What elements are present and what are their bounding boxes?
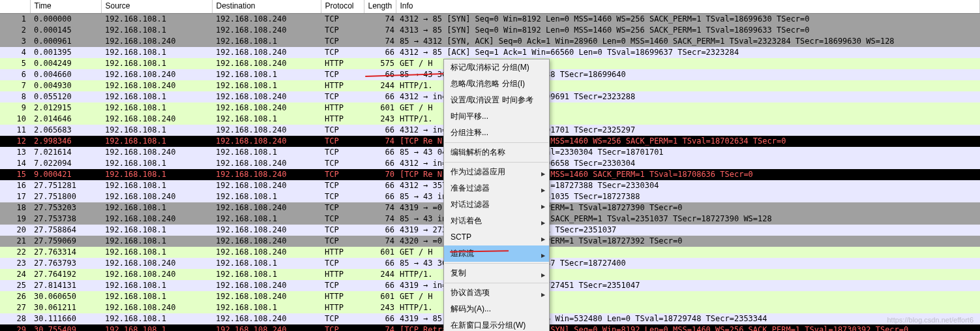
cell-time: 2.014646 [30,114,101,125]
cell-time: 30.111660 [30,313,101,324]
table-row[interactable]: 40.001395192.168.108.1192.168.108.240TCP… [0,47,980,58]
cell-no: 23 [0,258,30,269]
menu-item-conversation-filter[interactable]: 对话过滤器 [444,197,549,213]
cell-source: 192.168.108.1 [101,13,212,25]
cell-no: 1 [0,13,30,25]
cell-time: 27.763314 [30,247,101,258]
cell-length: 74 [364,324,396,332]
menu-item-protocol-prefs[interactable]: 协议首选项 [444,285,549,301]
column-header-source[interactable]: Source [101,0,212,13]
cell-time: 27.751281 [30,180,101,191]
cell-protocol: HTTP [321,269,364,280]
cell-time: 2.012915 [30,102,101,114]
cell-info: 4313 → 85 [SYN] Seq=0 Win=8192 Len=0 MSS… [396,25,980,36]
cell-destination: 192.168.108.1 [212,147,321,158]
cell-no: 22 [0,247,30,258]
cell-no: 5 [0,58,30,69]
cell-length: 66 [364,147,396,158]
cell-no: 13 [0,147,30,158]
cell-protocol: HTTP [321,291,364,302]
column-header-time[interactable]: Time [30,0,101,13]
column-header-info[interactable]: Info [396,0,980,13]
menu-item-decode-as[interactable]: 解码为(A)... [444,301,549,317]
cell-protocol: TCP [321,47,364,58]
cell-destination: 192.168.108.240 [212,324,321,332]
cell-time: 0.000000 [30,13,101,25]
cell-protocol: HTTP [321,58,364,69]
cell-destination: 192.168.108.240 [212,180,321,191]
cell-source: 192.168.108.240 [101,69,212,80]
menu-item-show-new-window[interactable]: 在新窗口显示分组(W) [444,317,549,331]
cell-length: 243 [364,114,396,125]
column-header-protocol[interactable]: Protocol [321,0,364,13]
menu-item-conversation-color[interactable]: 对话着色 [444,213,549,229]
context-menu[interactable]: 标记/取消标记 分组(M) 忽略/取消忽略 分组(I) 设置/取消设置 时间参考… [443,59,550,331]
menu-item-comment[interactable]: 分组注释... [444,125,549,141]
cell-no: 28 [0,313,30,324]
cell-length: 66 [364,258,396,269]
menu-item-time-ref[interactable]: 设置/取消设置 时间参考 [444,92,549,108]
cell-length: 244 [364,80,396,91]
table-row[interactable]: 30.000961192.168.108.240192.168.108.1TCP… [0,36,980,47]
menu-item-prepare-filter[interactable]: 准备过滤器 [444,180,549,197]
cell-no: 20 [0,225,30,236]
cell-length: 74 [364,236,396,247]
cell-source: 192.168.108.240 [101,213,212,225]
cell-source: 192.168.108.1 [101,291,212,302]
cell-length: 70 [364,169,396,180]
menu-item-ignore[interactable]: 忽略/取消忽略 分组(I) [444,76,549,92]
cell-protocol: TCP [321,258,364,269]
cell-protocol: HTTP [321,80,364,91]
cell-source: 192.168.108.1 [101,91,212,102]
cell-source: 192.168.108.1 [101,47,212,58]
cell-time: 0.004660 [30,69,101,80]
cell-time: 2.065683 [30,125,101,136]
cell-protocol: TCP [321,280,364,291]
table-row[interactable]: 10.000000192.168.108.1192.168.108.240TCP… [0,13,980,25]
cell-source: 192.168.108.1 [101,324,212,332]
column-header-length[interactable]: Length [364,0,396,13]
cell-no: 7 [0,80,30,91]
menu-item-edit-names[interactable]: 编辑解析的名称 [444,144,549,161]
cell-length: 66 [364,225,396,236]
cell-length: 601 [364,291,396,302]
cell-time: 27.759069 [30,236,101,247]
cell-destination: 192.168.108.240 [212,225,321,236]
cell-no: 3 [0,36,30,47]
menu-item-copy[interactable]: 复制 [444,265,549,281]
menu-item-sctp[interactable]: SCTP [444,229,549,245]
column-header-destination[interactable]: Destination [212,0,321,13]
cell-length: 575 [364,58,396,69]
cell-length: 66 [364,313,396,324]
packet-list-header-row[interactable]: Time Source Destination Protocol Length … [0,0,980,13]
cell-length: 74 [364,202,396,213]
menu-separator [445,263,548,264]
cell-protocol: TCP [321,25,364,36]
cell-destination: 192.168.108.240 [212,136,321,147]
cell-source: 192.168.108.1 [101,236,212,247]
cell-protocol: TCP [321,313,364,324]
cell-info: 4312 → 85 [ACK] Seq=1 Ack=1 Win=66560 Le… [396,47,980,58]
cell-destination: 192.168.108.240 [212,91,321,102]
cell-time: 27.751800 [30,191,101,202]
table-row[interactable]: 20.000145192.168.108.1192.168.108.240TCP… [0,25,980,36]
column-header-no[interactable] [0,0,30,13]
menu-separator [445,283,548,283]
cell-destination: 192.168.108.1 [212,69,321,80]
cell-protocol: TCP [321,158,364,169]
menu-item-apply-filter[interactable]: 作为过滤器应用 [444,164,549,180]
cell-protocol: HTTP [321,247,364,258]
cell-destination: 192.168.108.1 [212,80,321,91]
cell-source: 192.168.108.1 [101,225,212,236]
cell-destination: 192.168.108.240 [212,236,321,247]
cell-time: 0.004930 [30,80,101,91]
cell-no: 26 [0,291,30,302]
cell-no: 19 [0,213,30,225]
cell-no: 29 [0,324,30,332]
menu-item-follow-stream[interactable]: 追踪流 [444,245,549,262]
cell-time: 7.021614 [30,147,101,158]
menu-item-mark[interactable]: 标记/取消标记 分组(M) [444,59,549,76]
cell-length: 243 [364,302,396,313]
cell-destination: 192.168.108.240 [212,280,321,291]
menu-item-time-shift[interactable]: 时间平移... [444,108,549,125]
